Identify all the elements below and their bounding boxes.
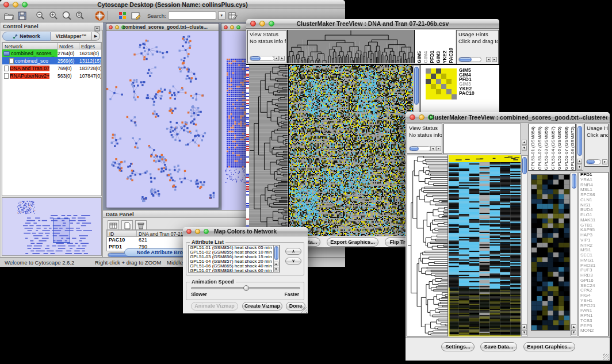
move-down-button[interactable]: ∨ [285, 258, 301, 265]
matrix-cell [446, 79, 452, 84]
export-graphics-button[interactable]: Export Graphics... [523, 342, 575, 351]
resize-grip[interactable] [301, 306, 307, 313]
matrix-cell [446, 68, 452, 74]
column-dendrogram-canvas[interactable] [288, 30, 414, 63]
col-header-nodes[interactable]: Nodes [58, 43, 79, 49]
close-button[interactable] [109, 25, 113, 29]
overview-canvas[interactable] [2, 198, 101, 255]
tab-network[interactable]: Network [2, 32, 51, 41]
scroll-up-button[interactable]: ▲ [571, 324, 576, 329]
col-header-id[interactable]: ID [107, 230, 137, 237]
scroll-down-button[interactable]: ▼ [522, 145, 527, 151]
col-header-edges[interactable]: Edges [79, 43, 101, 49]
column-labels-vscrollbar[interactable]: ▲ ▼ [576, 124, 583, 171]
attribute-list-item[interactable]: GPL51-07 (GSM868) heat shock 60 min [189, 269, 280, 273]
network-row[interactable]: RNAPuberNov2+ 563(0) 107847(0) [2, 72, 101, 79]
close-button[interactable] [224, 25, 228, 29]
tab-overflow-button[interactable]: ▶ [92, 32, 100, 41]
scroll-left-button[interactable]: ◂ [486, 57, 491, 62]
usage-hints-hscrollbar[interactable] [458, 57, 481, 62]
export-graphics-button[interactable]: Export Graphics... [327, 237, 378, 247]
network-frame-1[interactable]: combined_scores_good.txt--cluste... [106, 23, 219, 208]
move-up-button[interactable]: ∧ [285, 248, 301, 255]
zoom-fit-icon[interactable] [74, 10, 86, 21]
tab-vizmapper[interactable]: VizMapper™ [51, 32, 92, 41]
attribute-list-vscrollbar[interactable]: ▲ ▼ [273, 245, 280, 273]
search-input[interactable] [168, 12, 216, 20]
zoom-selected-icon[interactable] [61, 10, 72, 21]
table-edit-icon[interactable] [227, 10, 239, 21]
scroll-up-button[interactable]: ▲ [274, 262, 278, 266]
zoom-vscrollbar[interactable]: ▲ ▼ [571, 172, 577, 336]
treeview-dna-titlebar[interactable]: ClusterMaker TreeView : DNA and Tran 07-… [246, 19, 499, 29]
network-row[interactable]: DNA and Tran 07 769(0) 183728(0) [2, 64, 101, 72]
scroll-down-button[interactable]: ▼ [571, 330, 576, 335]
open-file-icon[interactable] [3, 10, 14, 21]
control-panel-tabs: Network VizMapper™ ▶ [2, 32, 101, 41]
animate-vizmap-button[interactable]: Animate Vizmap [191, 302, 238, 311]
slider-thumb[interactable] [243, 285, 249, 291]
annotation-icon[interactable] [130, 10, 141, 21]
heatmap-canvas[interactable] [289, 65, 413, 236]
save-data-button[interactable]: Save Data... [480, 342, 517, 351]
heatmap-canvas[interactable] [449, 155, 521, 336]
heatmap-vscrollbar[interactable]: ▲ ▼ [521, 155, 528, 336]
dialog-titlebar[interactable]: Map Colors to Network [183, 227, 308, 236]
network-row[interactable]: combined_scores_ 2764(0) 16218(0) [2, 49, 101, 57]
settings-button[interactable]: Settings... [441, 342, 475, 351]
attribute-list-label: Attribute List [190, 239, 225, 245]
help-lifering-icon[interactable] [94, 10, 105, 21]
overview-viewport-rect[interactable] [53, 219, 70, 243]
gene-dendrogram-canvas[interactable] [407, 155, 447, 336]
network-row-selected[interactable]: combined_sco 2569(6) 13112(15) [2, 57, 101, 64]
matrix-cell [426, 68, 431, 74]
matrix-cell [426, 74, 431, 79]
zoom-heatmap-canvas[interactable] [531, 175, 569, 330]
scroll-up-button[interactable]: ▲ [577, 159, 582, 164]
detail-matrix[interactable] [426, 68, 457, 99]
vizmapper-icon[interactable] [117, 10, 128, 21]
scroll-right-button[interactable]: ▸ [280, 56, 285, 61]
column-labels: GIM5GIM4PFD1GIM3YKE2PAC10 [415, 30, 456, 63]
resize-grip[interactable] [603, 354, 609, 360]
scroll-down-button[interactable]: ▼ [274, 267, 278, 271]
scroll-left-button[interactable]: ◂ [274, 56, 279, 61]
col-header-network[interactable]: Network [2, 43, 58, 49]
usage-hints-hscrollbar[interactable] [586, 159, 601, 164]
document-icon [4, 66, 9, 71]
gene-label[interactable]: MON2 [579, 328, 608, 334]
scroll-down-button[interactable]: ▼ [577, 164, 582, 170]
scroll-left-button[interactable]: ◂ [430, 146, 435, 151]
scroll-right-button[interactable]: ▸ [492, 57, 497, 62]
scroll-up-button[interactable]: ▲ [522, 324, 527, 329]
minimize-button[interactable] [115, 25, 119, 29]
network-overview-panel[interactable] [2, 197, 102, 256]
minimize-button[interactable] [419, 114, 424, 120]
detail-row-labels: GIM5GIM4PFD1GIM3YKE2PAC10 [459, 68, 475, 95]
status-zoom-hint: Right-click + drag to ZOOM [95, 259, 161, 266]
network-view-canvas[interactable] [106, 31, 219, 208]
dialog-title: Map Colors to Network [183, 228, 308, 235]
search-dropdown-icon[interactable]: ▼ [218, 12, 225, 20]
scroll-right-button[interactable]: ▸ [602, 159, 607, 164]
save-icon[interactable] [16, 10, 28, 21]
zoom-button[interactable] [236, 25, 240, 29]
scroll-down-button[interactable]: ▼ [522, 330, 527, 335]
view-status-hscrollbar[interactable] [409, 146, 431, 151]
animation-speed-slider[interactable] [191, 287, 300, 289]
control-panel-title: Control Panel [3, 23, 39, 29]
create-vizmap-button[interactable]: Create Vizmap [242, 302, 282, 311]
treeview-combined-titlebar[interactable]: ClusterMaker TreeView : combined_scores_… [406, 112, 610, 122]
main-titlebar[interactable]: Cytoscape Desktop (Session Name: collins… [0, 0, 345, 9]
matrix-cell [431, 74, 436, 79]
scroll-right-button[interactable]: ▸ [436, 146, 441, 151]
matrix-cell [436, 79, 441, 84]
gene-dendrogram-canvas[interactable] [249, 65, 288, 236]
minimize-button[interactable] [230, 25, 234, 29]
treeview-dna-title: ClusterMaker TreeView : DNA and Tran 07-… [246, 20, 499, 27]
zoom-in-icon[interactable] [48, 10, 59, 21]
view-status-hscrollbar[interactable] [250, 56, 274, 61]
close-button[interactable] [410, 114, 415, 120]
scroll-up-button[interactable]: ▲ [522, 140, 527, 145]
zoom-out-icon[interactable] [35, 10, 46, 21]
